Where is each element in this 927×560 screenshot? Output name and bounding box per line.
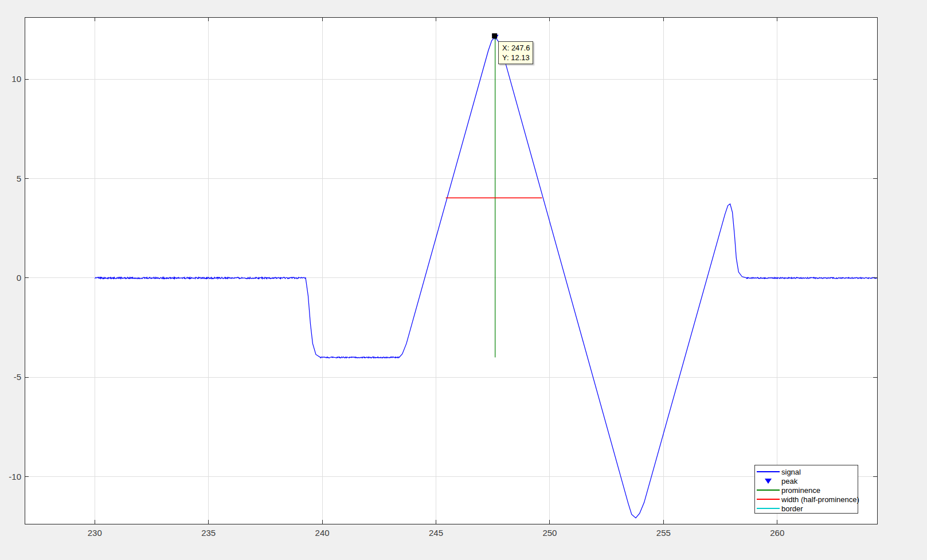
line-sample-icon xyxy=(757,508,780,509)
legend-label: peak xyxy=(781,477,797,485)
plot-area[interactable] xyxy=(25,17,877,524)
legend-line-sample xyxy=(755,508,781,509)
legend[interactable]: signalpeakprominencewidth (half-prominen… xyxy=(754,465,858,514)
line-sample-icon xyxy=(757,489,780,491)
x-tick-label: 255 xyxy=(656,528,671,538)
legend-item-peak[interactable]: peak xyxy=(755,476,858,485)
line-sample-icon xyxy=(757,499,780,500)
legend-item-signal[interactable]: signal xyxy=(755,467,858,476)
datatip-y-value: Y: 12.13 xyxy=(502,53,533,62)
y-tick-label: 0 xyxy=(17,273,21,283)
x-tick-label: 260 xyxy=(770,528,784,538)
legend-label: prominence xyxy=(781,486,820,495)
x-tick-label: 240 xyxy=(315,528,330,538)
legend-item-width-half-prominence[interactable]: width (half-prominence) xyxy=(755,495,858,504)
legend-line-sample xyxy=(755,489,781,491)
x-tick-label: 230 xyxy=(88,528,102,538)
legend-item-border[interactable]: border xyxy=(755,504,858,513)
matlab-figure: 230235240245250255260-10-50510 X: 247.6 … xyxy=(0,0,927,560)
y-tick-label: 10 xyxy=(11,74,21,84)
legend-label: width (half-prominence) xyxy=(781,495,859,504)
x-tick-label: 245 xyxy=(429,528,443,538)
y-tick-label: -5 xyxy=(14,372,21,382)
triangle-down-icon xyxy=(765,479,772,484)
legend-line-sample xyxy=(755,499,781,500)
datatip-x-value: X: 247.6 xyxy=(502,43,533,53)
line-sample-icon xyxy=(757,471,780,472)
datatip[interactable]: X: 247.6 Y: 12.13 xyxy=(498,41,533,64)
legend-line-sample xyxy=(755,471,781,472)
y-tick-label: -10 xyxy=(9,472,21,481)
x-tick-label: 250 xyxy=(542,528,557,538)
legend-item-prominence[interactable]: prominence xyxy=(755,485,858,495)
legend-label: border xyxy=(781,504,803,513)
x-tick-label: 235 xyxy=(201,528,216,538)
y-tick-label: 5 xyxy=(17,174,21,183)
datatip-marker[interactable] xyxy=(492,33,497,38)
legend-label: signal xyxy=(781,468,801,476)
legend-triangle-down-icon xyxy=(755,479,781,484)
